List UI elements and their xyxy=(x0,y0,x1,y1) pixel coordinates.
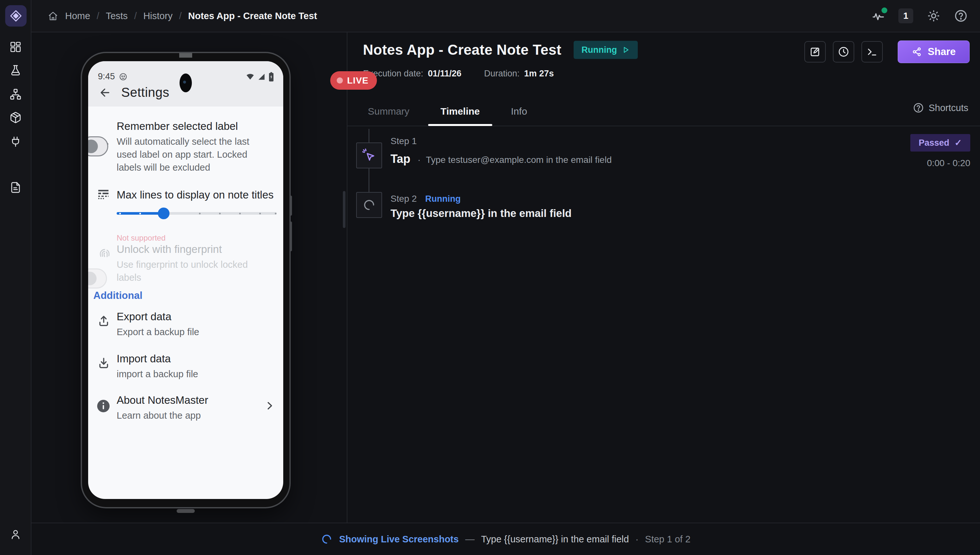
plug-icon xyxy=(10,135,22,148)
fingerprint-toggle-disabled xyxy=(88,268,107,289)
sidebar-item-account[interactable] xyxy=(10,528,21,540)
page-title: Notes App - Create Note Test xyxy=(363,42,561,58)
edit-button[interactable] xyxy=(805,41,826,63)
sidebar-item-tests[interactable] xyxy=(10,64,22,77)
home-icon[interactable] xyxy=(48,11,58,21)
live-screenshots-link[interactable]: Showing Live Screenshots xyxy=(339,534,459,545)
breadcrumb-history[interactable]: History xyxy=(143,11,172,21)
max-lines-slider xyxy=(117,207,277,220)
breadcrumb-home[interactable]: Home xyxy=(65,11,90,21)
fingerprint-icon xyxy=(97,246,112,261)
dash-separator: — xyxy=(465,534,475,545)
loading-spinner-icon xyxy=(321,533,333,545)
setting-title: About NotesMaster xyxy=(117,394,208,406)
antenna-band xyxy=(179,53,192,58)
activity-pulse-icon[interactable] xyxy=(872,10,885,22)
history-button[interactable] xyxy=(833,41,854,63)
wifi-icon xyxy=(246,72,255,81)
setting-description: Learn about the app xyxy=(117,409,269,422)
power-button xyxy=(290,221,292,251)
help-button[interactable] xyxy=(954,9,968,22)
sun-icon xyxy=(927,9,940,22)
step1-summary[interactable]: Tap · Type testuser@example.com in the e… xyxy=(391,152,611,166)
topbar: Home / Tests / History / Notes App - Cre… xyxy=(31,0,980,32)
run-count-badge[interactable]: 1 xyxy=(898,8,913,23)
chevron-right-icon xyxy=(264,400,275,412)
step1-icon-box[interactable] xyxy=(356,143,382,168)
breadcrumb-tests[interactable]: Tests xyxy=(106,11,128,21)
signal-icon xyxy=(257,72,266,81)
sidebar xyxy=(0,0,31,555)
share-button[interactable]: Share xyxy=(898,40,970,63)
step2-summary[interactable]: Step 2 Running xyxy=(391,194,460,204)
back-arrow-icon xyxy=(98,86,111,99)
volume-button xyxy=(290,196,292,216)
clock-icon xyxy=(838,46,850,58)
phone-app-bar: Settings xyxy=(98,85,169,100)
setting-description: import a backup file xyxy=(117,367,269,380)
user-icon xyxy=(10,528,21,540)
edit-pencil-icon xyxy=(809,46,821,58)
duration-label: Duration: xyxy=(484,69,520,79)
setting-title: Export data xyxy=(117,311,171,323)
step2-label: Step 2 xyxy=(391,194,417,204)
setting-title: Max lines to display on note titles xyxy=(117,189,274,201)
phone-stand xyxy=(177,509,195,513)
breadcrumb-current: Notes App - Create Note Test xyxy=(188,11,317,21)
phone-screen-title: Settings xyxy=(121,85,169,100)
step2-icon-box[interactable] xyxy=(356,192,382,218)
tab-info[interactable]: Info xyxy=(511,106,527,117)
step2-status: Running xyxy=(425,194,460,204)
remember-label-toggle xyxy=(88,136,108,156)
diamond-logo-icon xyxy=(10,10,23,22)
text-lines-icon xyxy=(97,188,110,201)
dot-separator: · xyxy=(636,534,639,545)
device-frame: 9:45 Settings xyxy=(82,53,290,507)
dashboard-grid-icon xyxy=(10,41,22,53)
phone-header-area: 9:45 Settings xyxy=(88,61,283,106)
breadcrumb: Home / Tests / History / Notes App - Cre… xyxy=(48,11,317,21)
tab-summary[interactable]: Summary xyxy=(368,106,409,117)
tab-timeline[interactable]: Timeline xyxy=(441,106,480,117)
check-icon: ✓ xyxy=(954,138,962,148)
hierarchy-icon xyxy=(10,88,22,100)
flask-icon xyxy=(10,64,22,77)
scrollbar-thumb[interactable] xyxy=(343,191,346,228)
device-screen[interactable]: 9:45 Settings xyxy=(88,61,283,499)
sidebar-item-hierarchy[interactable] xyxy=(10,88,22,100)
run-meta: Execution date:01/11/26 Duration:1m 27s xyxy=(363,69,638,79)
step1-label: Step 1 xyxy=(391,136,417,146)
status-badge-running: Running xyxy=(574,41,637,59)
app-logo[interactable] xyxy=(5,5,27,27)
terminal-button[interactable] xyxy=(861,41,883,63)
run-actions: Share xyxy=(805,40,970,63)
sidebar-item-docs[interactable] xyxy=(10,181,22,194)
shortcuts-button[interactable]: Shortcuts xyxy=(913,102,969,113)
bullet-separator: · xyxy=(417,154,421,165)
play-icon xyxy=(621,46,630,54)
slider-thumb xyxy=(158,208,169,219)
breadcrumb-separator: / xyxy=(134,11,137,21)
breadcrumb-separator: / xyxy=(179,11,182,21)
document-icon xyxy=(10,181,22,194)
setting-title-disabled: Unlock with fingerprint xyxy=(117,243,222,255)
sidebar-item-plugins[interactable] xyxy=(10,135,22,148)
run-header: Notes App - Create Note Test Running Exe… xyxy=(363,41,638,79)
import-download-icon xyxy=(97,356,110,369)
live-badge-label: LIVE xyxy=(347,75,369,86)
sidebar-item-apps[interactable] xyxy=(10,111,22,124)
step1-time-range: 0:00 - 0:20 xyxy=(927,158,970,168)
topbar-actions: 1 xyxy=(872,8,968,23)
step1-detail: Type testuser@example.com in the email f… xyxy=(426,155,611,165)
step1-passed-badge: Passed ✓ xyxy=(910,134,970,152)
phone-clock: 9:45 xyxy=(98,72,115,82)
status-bar: Showing Live Screenshots — Type {{userna… xyxy=(31,523,980,555)
live-dot-icon xyxy=(337,77,343,83)
sidebar-item-dashboard[interactable] xyxy=(10,41,22,53)
setting-title: Import data xyxy=(117,353,171,365)
phone-settings-list: Remember selected label Will automatical… xyxy=(88,106,283,499)
setting-title: Remember selected label xyxy=(117,120,238,132)
step-progress: Step 1 of 2 xyxy=(645,534,690,545)
theme-toggle-button[interactable] xyxy=(927,9,940,22)
share-icon xyxy=(912,47,922,57)
